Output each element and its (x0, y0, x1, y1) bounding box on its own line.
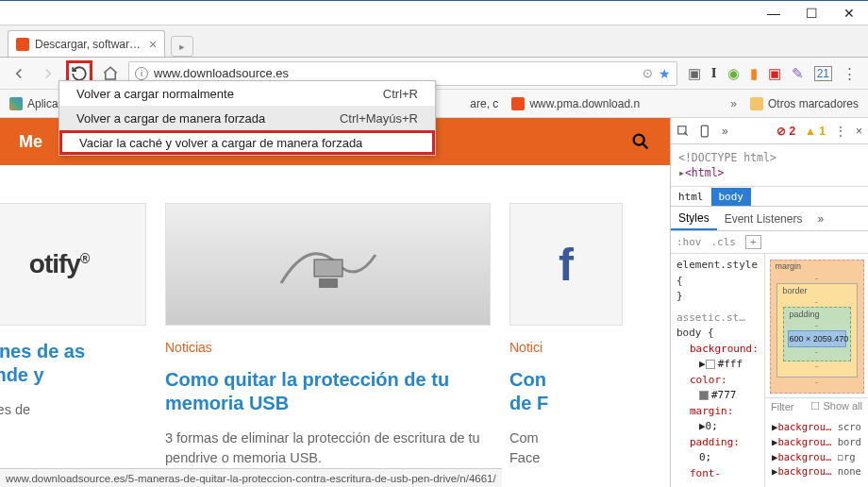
search-icon[interactable] (630, 131, 651, 152)
devtools-menu-icon[interactable]: ⋮ (835, 125, 846, 138)
site-info-icon[interactable]: i (135, 67, 148, 80)
css-rules[interactable]: element.style { } assetic.st… body { bac… (671, 254, 764, 487)
menu-item-reload-normal[interactable]: Volver a cargar normalmente Ctrl+R (59, 81, 435, 106)
svg-rect-2 (319, 278, 338, 288)
tab-favicon (16, 38, 29, 51)
error-count[interactable]: ⊘ 2 (776, 125, 795, 138)
bookmark-item-3[interactable]: www.pma.download.n (511, 97, 640, 110)
bookmark-star-icon[interactable]: ★ (659, 66, 671, 81)
forward-button (37, 62, 59, 85)
box-border[interactable]: border- padding- 600 × 2059.470 - - (776, 283, 858, 378)
card-title: Como quitar la protección de tu memoria … (165, 368, 491, 415)
devtools-more-tabs-icon[interactable]: » (722, 125, 728, 138)
browser-tab[interactable]: Descargar, software, con × (8, 30, 165, 57)
menu-item-empty-cache-reload[interactable]: Vaciar la caché y volver a cargar de man… (59, 130, 435, 155)
card-category: Notici (509, 340, 623, 355)
css-prop[interactable]: padding: (676, 435, 759, 451)
doctype-node: <!DOCTYPE html> (678, 150, 860, 165)
maximize-button[interactable]: ☐ (793, 1, 830, 25)
minimize-button[interactable]: — (755, 1, 793, 25)
box-margin[interactable]: margin- border- padding- 600 × 2059.470 … (770, 260, 864, 394)
reload-context-menu: Volver a cargar normalmente Ctrl+R Volve… (58, 80, 436, 156)
cls-toggle[interactable]: .cls (711, 236, 737, 248)
search-in-page-icon[interactable]: ⊙ (643, 66, 653, 80)
tab-event-listeners[interactable]: Event Listeners (717, 209, 810, 229)
page-content: Me otify® ciones de as donde y ciones de… (0, 118, 670, 487)
breadcrumb-html[interactable]: html (671, 188, 711, 206)
device-icon[interactable] (699, 125, 712, 138)
box-padding[interactable]: padding- 600 × 2059.470 - (783, 307, 851, 361)
card-row: otify® ciones de as donde y ciones de No… (0, 165, 670, 468)
add-rule-icon[interactable]: + (745, 235, 761, 249)
card-desc: Com Face (509, 428, 623, 468)
article-card[interactable]: Noticias Como quitar la protección de tu… (165, 203, 491, 468)
menu-icon[interactable]: ⋮ (843, 65, 857, 82)
svg-rect-1 (314, 260, 342, 277)
ext-icon-6[interactable]: 21 (814, 66, 832, 81)
css-prop[interactable]: background: (676, 342, 759, 358)
browser-window: Juan M. — ☐ ✕ Descargar, software, con ×… (0, 0, 868, 487)
computed-list[interactable]: ▶backgrou… scro ▶backgrou… bord ▶backgro… (766, 418, 867, 481)
tabs-overflow-icon[interactable]: » (810, 209, 831, 229)
menu-item-reload-hard[interactable]: Volver a cargar de manera forzada Ctrl+M… (59, 106, 435, 130)
tab-strip: Descargar, software, con × ▸ (0, 25, 868, 58)
card-thumb (165, 203, 491, 326)
warning-count[interactable]: ▲ 1 (805, 125, 826, 138)
hov-toggle[interactable]: :hov (676, 236, 702, 248)
filter-input[interactable]: Filter (771, 401, 801, 412)
site-menu-label[interactable]: Me (19, 132, 42, 152)
url-text: www.downloadsource.es (154, 66, 637, 80)
svg-rect-4 (701, 126, 708, 137)
bookmark-item-2[interactable]: are, c (470, 97, 498, 110)
breadcrumb-body[interactable]: body (711, 188, 752, 206)
status-text: www.downloadsource.es/5-maneras-de-quita… (6, 473, 496, 484)
ext-icon-1[interactable]: I (711, 65, 717, 81)
dom-breadcrumb[interactable]: html body (671, 186, 868, 207)
tab-title: Descargar, software, con (35, 38, 143, 51)
box-content[interactable]: 600 × 2059.470 (788, 330, 846, 347)
new-tab-button[interactable]: ▸ (171, 36, 193, 57)
card-title: Con de F (509, 368, 623, 415)
devtools-toolbar: » ⊘ 2 ▲ 1 ⋮ × (671, 118, 868, 144)
rss-icon[interactable]: ▮ (750, 65, 758, 82)
box-model-panel: margin- border- padding- 600 × 2059.470 … (764, 254, 868, 487)
card-desc: 3 formas de eliminar la protección de es… (165, 428, 491, 468)
tab-styles[interactable]: Styles (671, 208, 717, 230)
article-card[interactable]: otify® ciones de as donde y ciones de (0, 203, 146, 468)
css-prop[interactable]: font- (676, 466, 759, 482)
extension-icons: ▣ I ◉ ▮ ▣ ✎ 21 ⋮ (684, 65, 860, 82)
style-toolbar: :hov .cls + (671, 231, 868, 254)
css-prop[interactable]: margin: (676, 404, 759, 420)
article-card[interactable]: f Notici Con de F Com Face (509, 203, 623, 468)
close-button[interactable]: ✕ (830, 1, 868, 25)
devtools-panel: » ⊘ 2 ▲ 1 ⋮ × <!DOCTYPE html> ▸<html> ht… (670, 118, 868, 487)
titlebar: — ☐ ✕ (0, 1, 868, 25)
styles-tabs: Styles Event Listeners » (671, 207, 868, 231)
bookmarks-overflow-icon[interactable]: » (730, 97, 737, 110)
css-prop[interactable]: color: (676, 373, 759, 389)
back-button[interactable] (8, 62, 30, 85)
other-bookmarks[interactable]: Otros marcadores (750, 97, 859, 110)
card-thumb: f (509, 203, 623, 326)
devtools-close-icon[interactable]: × (856, 125, 862, 138)
html-node: <html> (685, 166, 725, 179)
ext-icon-2[interactable]: ◉ (727, 65, 740, 82)
inspect-icon[interactable] (676, 125, 690, 138)
dom-tree[interactable]: <!DOCTYPE html> ▸<html> (671, 144, 868, 186)
ext-icon-4[interactable]: ▣ (768, 65, 781, 82)
ext-icon-5[interactable]: ✎ (792, 65, 804, 82)
showall-checkbox[interactable]: ☐ Show all (810, 400, 862, 412)
cast-icon[interactable]: ▣ (688, 65, 701, 82)
status-bar: www.downloadsource.es/5-maneras-de-quita… (0, 468, 502, 487)
card-desc: ciones de (0, 400, 146, 420)
svg-point-0 (634, 135, 644, 145)
card-title: ciones de as donde y (0, 340, 146, 387)
card-category: Noticias (165, 340, 491, 355)
card-thumb: otify® (0, 203, 146, 326)
tab-close-icon[interactable]: × (149, 37, 157, 52)
